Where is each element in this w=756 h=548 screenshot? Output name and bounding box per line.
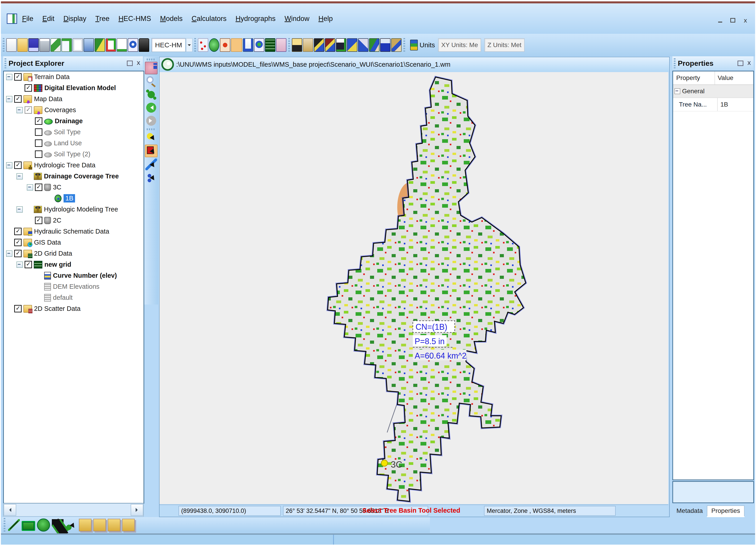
properties-float-icon[interactable]	[738, 61, 743, 66]
schematic-module-icon[interactable]	[276, 38, 286, 52]
tree-item[interactable]: Land Use	[4, 138, 144, 149]
tree-item[interactable]: GIS Data	[4, 237, 144, 248]
tree-expander-icon[interactable]	[6, 74, 12, 80]
new-file-icon[interactable]	[6, 38, 17, 52]
tree-checkbox[interactable]	[14, 239, 22, 246]
save-icon[interactable]	[28, 38, 39, 52]
tree-item[interactable]: Terrain Data	[4, 71, 144, 82]
toolbar-grip-2[interactable]	[194, 38, 196, 52]
parameters-icon[interactable]	[303, 38, 313, 52]
tree-checkbox[interactable]	[14, 305, 22, 312]
text-tool-icon[interactable]	[52, 519, 64, 531]
tree-item[interactable]: Hydrologic Modeling Tree	[4, 204, 144, 215]
tool-palette-grip-2[interactable]	[147, 128, 156, 130]
tree-checkbox[interactable]	[35, 151, 42, 158]
oval-tool-icon[interactable]	[37, 518, 50, 532]
tool-palette-grip[interactable]	[147, 59, 156, 60]
tree-item[interactable]: Hydraulic Schematic Data	[4, 226, 144, 237]
tree-expander-icon[interactable]	[16, 206, 23, 213]
print-icon[interactable]	[39, 38, 50, 52]
map-window-titlebar[interactable]: :\UNU\WMS inputs\MODEL_files\WMS_base pr…	[160, 57, 669, 72]
tree-item[interactable]: Hydrologic Tree Data	[4, 160, 144, 171]
terrain-icon[interactable]	[369, 38, 379, 52]
tree-checkbox[interactable]	[14, 73, 22, 81]
select-node-tool-icon[interactable]	[145, 172, 157, 183]
tree-checkbox[interactable]	[25, 261, 32, 268]
annotation-tool-icon-1[interactable]	[79, 519, 91, 531]
river-module-icon[interactable]	[243, 38, 253, 52]
model-selector-dropdown[interactable]: HEC-HM	[151, 38, 186, 52]
flags-icon[interactable]	[336, 38, 346, 52]
select-drawing-tool-icon[interactable]	[65, 519, 77, 531]
tree-item[interactable]: Coverages	[4, 105, 144, 116]
pan-view-icon[interactable]	[84, 38, 94, 52]
grid-options-icon[interactable]	[314, 38, 324, 52]
tree-item[interactable]: default	[4, 292, 144, 303]
tab-metadata[interactable]: Metadata	[672, 506, 707, 516]
toolbar-grip-3[interactable]	[288, 38, 290, 52]
tree-checkbox[interactable]	[14, 95, 22, 103]
property-value[interactable]: 1B	[717, 98, 753, 111]
menu-models[interactable]: Models	[160, 15, 183, 23]
scatter-module-icon[interactable]	[198, 38, 208, 52]
tree-item[interactable]: Soil Type	[4, 127, 144, 138]
menu-window[interactable]: Window	[285, 15, 309, 23]
tree-item[interactable]: Digital Elevation Model	[4, 82, 144, 94]
next-view-icon[interactable]	[145, 115, 157, 127]
tree-checkbox[interactable]	[35, 217, 42, 224]
refresh-icon[interactable]	[117, 38, 127, 52]
web-help-icon[interactable]	[128, 38, 138, 52]
edit-icon[interactable]	[50, 38, 61, 52]
menu-edit[interactable]: Edit	[42, 15, 54, 23]
previous-view-icon[interactable]	[145, 102, 157, 114]
minimize-button[interactable]	[717, 17, 724, 24]
tree-item[interactable]: Drainage	[4, 116, 144, 127]
annotation-tool-icon-2[interactable]	[93, 519, 106, 531]
property-group-row[interactable]: General	[673, 85, 753, 98]
hydrologic-tree-module-icon[interactable]	[231, 38, 242, 52]
tree-expander-icon[interactable]	[6, 251, 12, 257]
select-arc-tool-icon[interactable]	[145, 159, 157, 170]
basin-data-icon[interactable]	[391, 38, 402, 52]
menu-help[interactable]: Help	[318, 15, 333, 23]
scroll-right-icon[interactable]	[131, 504, 143, 516]
restore-button[interactable]	[729, 17, 736, 24]
tree-item[interactable]: Map Data	[4, 94, 144, 105]
rectangle-tool-icon[interactable]	[22, 521, 35, 531]
annotation-tool-icon-3[interactable]	[108, 519, 120, 531]
select-outlet-tool-icon[interactable]	[145, 132, 157, 143]
tree-expander-icon[interactable]	[16, 262, 23, 268]
line-tool-icon[interactable]	[8, 519, 20, 531]
tree-checkbox[interactable]	[25, 84, 32, 92]
tree-item[interactable]: 1B	[4, 193, 144, 204]
tree-expander-icon[interactable]	[6, 96, 12, 102]
group-collapse-icon[interactable]	[674, 88, 680, 94]
menu-hydrographs[interactable]: Hydrographs	[235, 15, 275, 23]
menu-display[interactable]: Display	[63, 15, 86, 23]
menu-tree[interactable]: Tree	[95, 15, 110, 23]
scroll-left-icon[interactable]	[4, 504, 16, 516]
open-file-icon[interactable]	[17, 38, 28, 52]
panel-float-icon[interactable]	[127, 61, 133, 66]
properties-grip-icon[interactable]	[674, 58, 676, 68]
zoom-tool-icon[interactable]	[145, 76, 157, 87]
close-button[interactable]: x	[742, 17, 749, 24]
tree-expander-icon[interactable]	[16, 107, 23, 113]
pan-tool-icon[interactable]	[145, 62, 158, 74]
panel-grip-icon[interactable]	[5, 58, 6, 68]
tree-checkbox[interactable]	[14, 250, 22, 257]
units-button[interactable]: Units	[410, 40, 435, 50]
tab-properties[interactable]: Properties	[707, 505, 745, 516]
tree-item[interactable]: Drainage Coverage Tree	[4, 171, 144, 182]
tree-checkbox[interactable]	[35, 140, 42, 147]
frame-icon[interactable]	[73, 38, 83, 52]
menu-calculators[interactable]: Calculators	[192, 15, 226, 23]
menu-file[interactable]: File	[22, 15, 33, 23]
tree-item[interactable]: 2D Scatter Data	[4, 303, 144, 314]
map-module-icon[interactable]	[220, 38, 230, 52]
properties-close-icon[interactable]: x	[747, 61, 751, 66]
tree-expander-icon[interactable]	[27, 184, 33, 191]
select-basin-tool-icon-active[interactable]	[145, 145, 158, 157]
delineate-icon[interactable]	[347, 38, 357, 52]
delete-icon[interactable]	[139, 38, 149, 52]
